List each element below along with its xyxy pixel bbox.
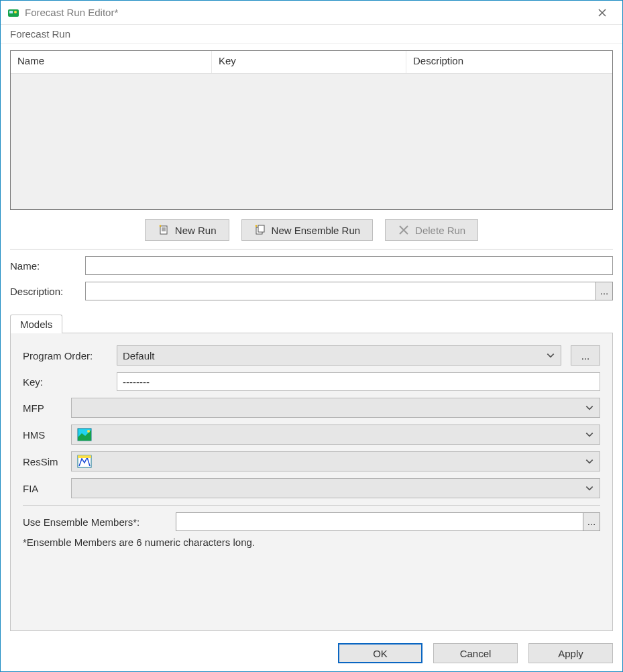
- program-order-row: Program Order: Default ...: [23, 345, 600, 366]
- cancel-button[interactable]: Cancel: [433, 643, 518, 663]
- description-row: Description: …: [10, 282, 613, 300]
- use-ensemble-members-more-button[interactable]: …: [583, 512, 600, 531]
- use-ensemble-members-input[interactable]: [176, 512, 583, 531]
- svg-rect-5: [258, 225, 264, 232]
- description-input[interactable]: [85, 282, 596, 300]
- hms-icon: [77, 428, 92, 441]
- uem-input-group: …: [176, 512, 600, 531]
- tab-strip: Models: [10, 311, 613, 333]
- delete-run-label: Delete Run: [415, 225, 465, 236]
- new-run-icon: [158, 224, 170, 236]
- dialog-button-bar: OK Cancel Apply: [1, 636, 622, 671]
- program-order-select[interactable]: Default: [117, 345, 561, 366]
- new-ensemble-icon: [254, 224, 266, 236]
- name-label: Name:: [10, 260, 85, 272]
- svg-point-2: [14, 11, 17, 13]
- program-order-label: Program Order:: [23, 350, 117, 361]
- ellipsis-icon: …: [587, 517, 596, 527]
- col-name[interactable]: Name: [11, 51, 212, 73]
- name-row: Name:: [10, 256, 613, 275]
- chevron-down-icon: [546, 351, 555, 360]
- svg-rect-1: [9, 11, 13, 13]
- run-button-bar: New Run New Ensemble Run Delete Run: [10, 210, 613, 249]
- svg-rect-9: [78, 455, 91, 458]
- program-order-value: Default: [123, 350, 546, 361]
- table-header-row: Name Key Description: [11, 51, 612, 74]
- description-more-button[interactable]: …: [596, 282, 613, 300]
- ok-button[interactable]: OK: [338, 643, 422, 663]
- use-ensemble-members-row: Use Ensemble Members*: …: [23, 512, 600, 531]
- models-divider: [23, 505, 600, 506]
- key-readonly: --------: [117, 372, 600, 391]
- ressim-icon: [77, 455, 92, 468]
- description-input-group: …: [85, 282, 613, 300]
- mfp-row: MFP: [23, 398, 600, 418]
- mfp-label: MFP: [23, 402, 71, 414]
- delete-run-button[interactable]: Delete Run: [385, 219, 478, 241]
- key-label: Key:: [23, 376, 117, 388]
- models-panel: Program Order: Default ... Key: --------…: [10, 333, 613, 631]
- use-ensemble-members-label: Use Ensemble Members*:: [23, 516, 176, 528]
- app-icon: [7, 7, 19, 19]
- menubar: Forecast Run: [1, 25, 622, 44]
- chevron-down-icon: [585, 484, 594, 493]
- svg-rect-3: [160, 226, 167, 234]
- menu-forecast-run[interactable]: Forecast Run: [6, 27, 74, 41]
- apply-button[interactable]: Apply: [528, 643, 613, 663]
- hms-label: HMS: [23, 429, 71, 441]
- col-description[interactable]: Description: [406, 51, 612, 73]
- window-title: Forecast Run Editor*: [25, 7, 589, 18]
- dialog-window: Forecast Run Editor* Forecast Run Name K…: [0, 0, 623, 672]
- runs-table[interactable]: Name Key Description: [10, 50, 613, 210]
- ressim-label: ResSim: [23, 456, 71, 467]
- program-order-more-button[interactable]: ...: [571, 345, 600, 366]
- col-key[interactable]: Key: [212, 51, 406, 73]
- mfp-select[interactable]: [71, 398, 600, 418]
- ensemble-members-hint: *Ensemble Members are 6 numeric characte…: [23, 537, 600, 548]
- close-icon[interactable]: [589, 3, 616, 23]
- hms-select[interactable]: [71, 425, 600, 445]
- content-area: Name Key Description New Run New Ensembl…: [1, 44, 622, 636]
- fia-select[interactable]: [71, 478, 600, 498]
- chevron-down-icon: [585, 403, 594, 412]
- new-ensemble-label: New Ensemble Run: [272, 225, 361, 236]
- chevron-down-icon: [585, 430, 594, 439]
- fia-row: FIA: [23, 478, 600, 498]
- new-ensemble-run-button[interactable]: New Ensemble Run: [241, 219, 374, 241]
- new-run-button[interactable]: New Run: [145, 219, 229, 241]
- fia-label: FIA: [23, 483, 71, 494]
- name-input[interactable]: [85, 256, 613, 275]
- delete-icon: [398, 224, 410, 236]
- titlebar: Forecast Run Editor*: [1, 1, 622, 25]
- tab-models[interactable]: Models: [10, 315, 62, 333]
- svg-point-7: [87, 430, 90, 433]
- description-label: Description:: [10, 286, 85, 297]
- new-run-label: New Run: [175, 225, 217, 236]
- ellipsis-icon: …: [600, 286, 609, 296]
- key-row: Key: --------: [23, 372, 600, 391]
- ressim-row: ResSim: [23, 451, 600, 471]
- chevron-down-icon: [585, 457, 594, 466]
- hms-row: HMS: [23, 425, 600, 445]
- tabs-area: Models Program Order: Default ... Key: -…: [10, 311, 613, 631]
- divider: [10, 249, 613, 249]
- ressim-select[interactable]: [71, 451, 600, 471]
